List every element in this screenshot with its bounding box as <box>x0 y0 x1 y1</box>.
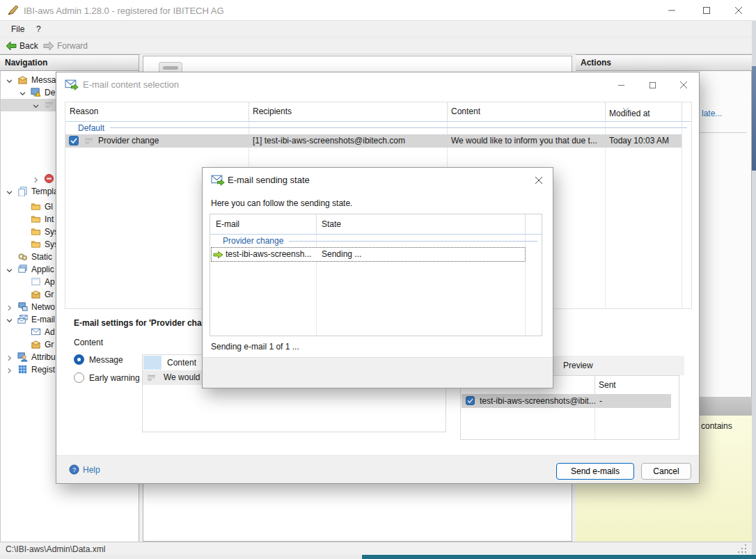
chevron-down-icon[interactable] <box>33 102 40 109</box>
nav-item-label: Gr <box>45 290 54 299</box>
menu-file[interactable]: File <box>11 24 24 34</box>
column-header-modified-at[interactable]: Modified at <box>609 107 650 121</box>
chevron-right-icon[interactable] <box>6 366 13 373</box>
maximize-button[interactable] <box>696 3 717 17</box>
chevron-down-icon[interactable] <box>6 77 13 84</box>
sending-row-email: test-ibi-aws-screensh... <box>226 248 311 261</box>
radio-message-label: Message <box>89 355 123 365</box>
message-icon <box>44 100 54 110</box>
cell-reason: Provider change <box>98 134 159 148</box>
forward-button[interactable]: Forward <box>57 41 88 51</box>
preview-label[interactable]: Preview <box>563 356 593 375</box>
nav-item-label: Ad <box>45 327 55 337</box>
dialog-close-button[interactable] <box>673 78 694 92</box>
sending-table: E-mail State Provider change test-ibi-aw… <box>210 214 542 336</box>
back-button[interactable]: Back <box>19 41 38 51</box>
recipient-sent: - <box>599 394 602 408</box>
dialog-title: E-mail content selection <box>83 79 179 90</box>
chevron-down-icon[interactable] <box>6 266 13 273</box>
column-header-state[interactable]: State <box>322 214 341 234</box>
toolbar: Back Forward <box>0 38 756 54</box>
folder-icon <box>31 214 41 224</box>
package-icon <box>31 289 41 299</box>
static-icon <box>17 251 28 262</box>
selected-column-cell[interactable] <box>143 356 162 370</box>
folder-icon <box>31 239 41 249</box>
radio-early-warning-label: Early warning <box>89 373 140 383</box>
template-link-fragment[interactable]: late... <box>702 109 722 118</box>
recipient-checkbox[interactable] <box>466 396 475 405</box>
monitor-warning-icon <box>31 87 41 97</box>
chevron-down-icon[interactable] <box>19 89 26 96</box>
forward-arrow-icon <box>43 41 54 53</box>
settings-heading: E-mail settings for 'Provider change' <box>74 318 219 328</box>
package-icon <box>31 339 41 349</box>
nav-item-label: Applic <box>31 265 54 274</box>
nav-item-label: Attribu <box>31 352 56 362</box>
nav-item-label: Gr <box>45 340 54 349</box>
row-checkbox[interactable] <box>69 136 79 145</box>
app-icon <box>7 5 19 18</box>
nav-item-label: Static <box>31 252 52 262</box>
desktop-edge-right <box>752 21 756 559</box>
menu-help[interactable]: ? <box>36 24 41 34</box>
minimize-button[interactable] <box>661 3 682 17</box>
recipient-email: test-ibi-aws-screenshots@ibit... <box>480 394 596 408</box>
menubar: File ? <box>0 21 756 38</box>
column-header-sent[interactable]: Sent <box>599 376 616 394</box>
envelope-send-icon <box>65 79 79 93</box>
dialog-minimize-button[interactable] <box>611 78 631 92</box>
desktop-edge-bottom <box>0 555 756 559</box>
chevron-right-icon[interactable] <box>6 354 13 361</box>
chevron-down-icon[interactable] <box>6 188 13 195</box>
navigation-header: Navigation <box>0 54 139 71</box>
nav-item-label: Netwo <box>31 302 55 312</box>
cell-recipients: [1] test-ibi-aws-screenshots@ibitech.com <box>253 134 405 148</box>
package-icon <box>17 74 28 85</box>
recipient-row[interactable]: test-ibi-aws-screenshots@ibit... - <box>462 394 671 408</box>
sending-row-state: Sending ... <box>322 248 361 261</box>
dialog-footer <box>203 357 553 388</box>
resize-grip[interactable] <box>738 544 747 556</box>
nav-item-label: Templa <box>31 187 58 196</box>
dialog-description: Here you can follow the sending state. <box>211 198 352 208</box>
column-header-recipients[interactable]: Recipients <box>253 102 292 121</box>
dialog-close-button[interactable] <box>528 173 549 187</box>
dialog-maximize-button[interactable] <box>642 78 663 92</box>
table-row-provider-change[interactable]: Provider change [1] test-ibi-aws-screens… <box>65 134 682 148</box>
mini-table-header-content[interactable]: Content <box>167 355 196 370</box>
dialog-title: E-mail sending state <box>228 175 310 185</box>
close-button[interactable] <box>728 3 749 17</box>
column-header-content[interactable]: Content <box>451 102 480 121</box>
status-path: C:\IBI-aws\Admin\Data.xml <box>6 544 105 554</box>
folder-icon <box>31 201 41 212</box>
sort-chevron-icon <box>622 104 629 113</box>
radio-message[interactable] <box>74 354 84 365</box>
chevron-right-icon[interactable] <box>6 304 13 310</box>
cancel-button[interactable]: Cancel <box>641 463 691 480</box>
help-link[interactable]: Help <box>83 465 100 475</box>
nav-item-label: Ap <box>45 277 55 287</box>
envelope-icon <box>31 326 41 337</box>
settings-content-label: Content <box>74 338 103 347</box>
actions-header: Actions <box>576 54 752 71</box>
sending-row[interactable]: test-ibi-aws-screensh... Sending ... <box>211 247 526 262</box>
message-icon <box>84 136 94 148</box>
blocked-icon <box>44 173 54 184</box>
nav-item-label: Gl <box>45 202 53 212</box>
group-row-default: Default <box>65 121 691 134</box>
message-icon <box>146 372 157 385</box>
radio-early-warning[interactable] <box>74 372 84 383</box>
chevron-down-icon[interactable] <box>6 316 13 323</box>
column-header-reason[interactable]: Reason <box>70 102 98 121</box>
help-icon: ? <box>69 464 79 477</box>
registry-icon <box>17 364 28 375</box>
attributes-icon <box>17 352 28 362</box>
cell-content: We would like to inform you that due t..… <box>451 134 597 148</box>
send-emails-button[interactable]: Send e-mails <box>556 463 634 480</box>
note-text-fragment: contains <box>701 421 732 431</box>
column-header-email[interactable]: E-mail <box>216 214 239 234</box>
chevron-right-icon[interactable] <box>33 175 40 182</box>
network-icon <box>17 301 28 312</box>
svg-text:?: ? <box>72 466 76 473</box>
